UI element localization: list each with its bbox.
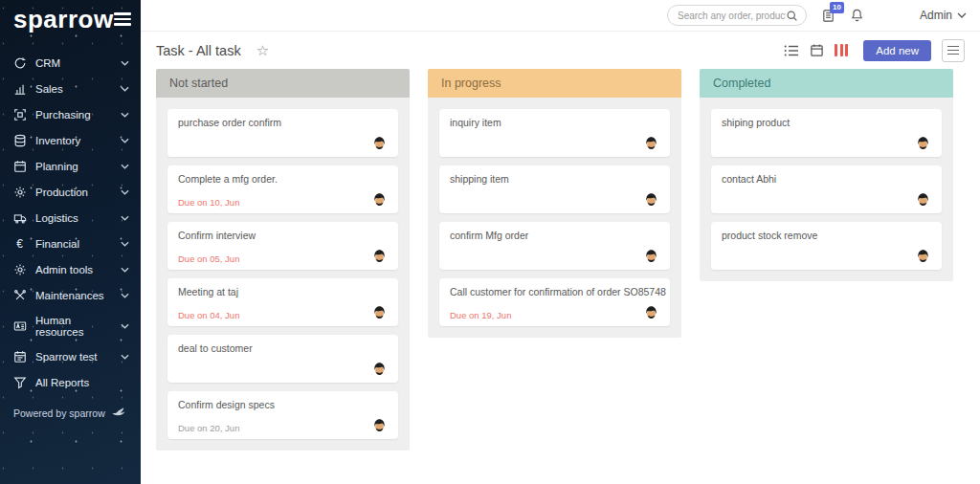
assignee-avatar bbox=[371, 135, 388, 151]
board-menu-button[interactable] bbox=[942, 39, 965, 62]
task-card[interactable]: contact Abhi bbox=[711, 165, 942, 213]
chevron-down-icon bbox=[121, 354, 129, 360]
assignee-avatar bbox=[643, 248, 659, 264]
sidebar-item-crm[interactable]: CRM bbox=[0, 50, 141, 76]
sidebar-item-planning[interactable]: Planning bbox=[0, 153, 141, 179]
chevron-down-icon bbox=[121, 138, 129, 143]
chevron-down-icon bbox=[121, 267, 129, 273]
sidebar-item-label: Purchasing bbox=[35, 109, 91, 121]
task-title: shipping item bbox=[450, 173, 659, 185]
crm-icon bbox=[12, 56, 27, 70]
sidebar-item-label: Financial bbox=[35, 238, 79, 250]
assignee-avatar bbox=[371, 191, 388, 208]
sidebar-item-label: Inventory bbox=[35, 135, 80, 146]
chevron-down-icon bbox=[121, 293, 129, 298]
chevron-down-icon bbox=[121, 86, 129, 92]
assignee-avatar bbox=[643, 304, 659, 320]
sidebar-item-human-resources[interactable]: Human resources bbox=[0, 308, 141, 343]
chevron-down-icon bbox=[957, 12, 967, 18]
sidebar-toggle-icon[interactable] bbox=[114, 10, 131, 28]
task-card[interactable]: deal to customer bbox=[167, 335, 398, 383]
user-menu[interactable]: Admin bbox=[920, 9, 967, 22]
assignee-avatar bbox=[371, 417, 388, 433]
task-card[interactable]: shiping product bbox=[711, 109, 942, 157]
search-input[interactable] bbox=[678, 11, 786, 21]
chevron-down-icon bbox=[121, 112, 129, 118]
task-card[interactable]: shipping item bbox=[439, 165, 670, 213]
task-title: Confirm interview bbox=[178, 230, 388, 241]
assignee-avatar bbox=[371, 248, 388, 264]
assignee-avatar bbox=[371, 361, 388, 377]
sidebar-item-label: CRM bbox=[35, 57, 60, 69]
sidebar-item-production[interactable]: Production bbox=[0, 179, 141, 205]
inventory-icon bbox=[12, 134, 27, 147]
task-title: purchase order confirm bbox=[178, 117, 388, 128]
sidebar-item-financial[interactable]: € Financial bbox=[0, 231, 141, 256]
task-title: Complete a mfg order. bbox=[178, 173, 388, 185]
topbar: 10 Admin bbox=[141, 0, 980, 32]
column-body: inquiry item shipping item confirm Mfg o… bbox=[428, 98, 681, 338]
task-card[interactable]: Confirm interview Due on 05, Jun bbox=[167, 222, 398, 270]
task-title: shiping product bbox=[722, 117, 931, 128]
add-new-button[interactable]: Add new bbox=[863, 40, 931, 61]
notifications-button[interactable] bbox=[850, 8, 864, 23]
calendar-view-icon[interactable] bbox=[810, 43, 824, 57]
task-card[interactable]: Confirm design specs Due on 20, Jun bbox=[167, 391, 398, 439]
task-due: Due on 05, Jun bbox=[178, 253, 239, 264]
task-card[interactable]: inquiry item bbox=[439, 109, 670, 157]
sidebar-item-all-reports[interactable]: All Reports bbox=[0, 369, 141, 395]
orders-count-badge: 10 bbox=[830, 2, 844, 13]
app-logo: sparrow bbox=[13, 5, 114, 33]
assignee-avatar bbox=[915, 135, 931, 151]
favorite-star-icon[interactable]: ☆ bbox=[256, 43, 269, 57]
task-title: inquiry item bbox=[450, 117, 659, 128]
task-card[interactable]: Call customer for confirmation of order … bbox=[439, 278, 670, 326]
column-in-progress: In progress inquiry item shipping item c… bbox=[428, 69, 681, 451]
sales-icon bbox=[12, 82, 27, 96]
task-card[interactable]: Meeting at taj Due on 04, Jun bbox=[167, 278, 398, 326]
sidebar-item-label: Sparrow test bbox=[35, 351, 98, 363]
sidebar-item-label: Logistics bbox=[35, 212, 78, 224]
sidebar-item-label: Planning bbox=[35, 161, 78, 172]
sidebar-item-logistics[interactable]: Logistics bbox=[0, 205, 141, 231]
orders-button[interactable]: 10 bbox=[821, 8, 835, 23]
sidebar: sparrow CRM Sales Purchasing Inventory P… bbox=[0, 0, 141, 484]
sidebar-item-label: Human resources bbox=[35, 315, 112, 338]
chevron-down-icon bbox=[121, 323, 129, 329]
all-reports-icon bbox=[12, 376, 27, 389]
admin-tools-icon bbox=[12, 263, 27, 276]
purchasing-icon bbox=[12, 108, 27, 121]
column-completed: Completed shiping product contact Abhi p… bbox=[700, 69, 953, 451]
column-header: In progress bbox=[428, 69, 681, 98]
column-header: Not started bbox=[156, 69, 410, 98]
kanban-board: Not started purchase order confirm Compl… bbox=[156, 69, 953, 451]
bell-icon bbox=[850, 8, 864, 23]
search-icon[interactable] bbox=[786, 10, 798, 22]
task-card[interactable]: product stock remove bbox=[711, 222, 942, 270]
search-box[interactable] bbox=[667, 5, 807, 26]
sidebar-item-maintenances[interactable]: Maintenances bbox=[0, 282, 141, 308]
assignee-avatar bbox=[915, 191, 931, 208]
task-due: Due on 20, Jun bbox=[178, 423, 239, 433]
powered-by-label: Powered by sparrow bbox=[13, 407, 105, 419]
chevron-down-icon bbox=[121, 164, 129, 169]
sidebar-item-sparrow-test[interactable]: Sparrow test bbox=[0, 343, 141, 369]
sidebar-item-purchasing[interactable]: Purchasing bbox=[0, 101, 141, 127]
column-body: purchase order confirm Complete a mfg or… bbox=[156, 98, 410, 451]
chevron-down-icon bbox=[121, 215, 129, 221]
sidebar-item-inventory[interactable]: Inventory bbox=[0, 127, 141, 153]
task-title: contact Abhi bbox=[722, 173, 931, 185]
task-card[interactable]: confirm Mfg order bbox=[439, 222, 670, 270]
kanban-view-icon[interactable] bbox=[835, 44, 848, 56]
assignee-avatar bbox=[371, 304, 388, 320]
list-view-icon[interactable] bbox=[784, 44, 799, 57]
task-card[interactable]: Complete a mfg order. Due on 10, Jun bbox=[167, 165, 398, 213]
task-title: Call customer for confirmation of order … bbox=[450, 286, 659, 297]
sidebar-item-label: All Reports bbox=[35, 377, 89, 388]
logistics-icon bbox=[12, 211, 27, 225]
view-toolbar: Add new bbox=[784, 39, 965, 62]
sparrow-test-icon bbox=[12, 350, 27, 363]
sidebar-item-admin-tools[interactable]: Admin tools bbox=[0, 256, 141, 282]
sidebar-item-sales[interactable]: Sales bbox=[0, 76, 141, 101]
task-card[interactable]: purchase order confirm bbox=[167, 109, 398, 157]
